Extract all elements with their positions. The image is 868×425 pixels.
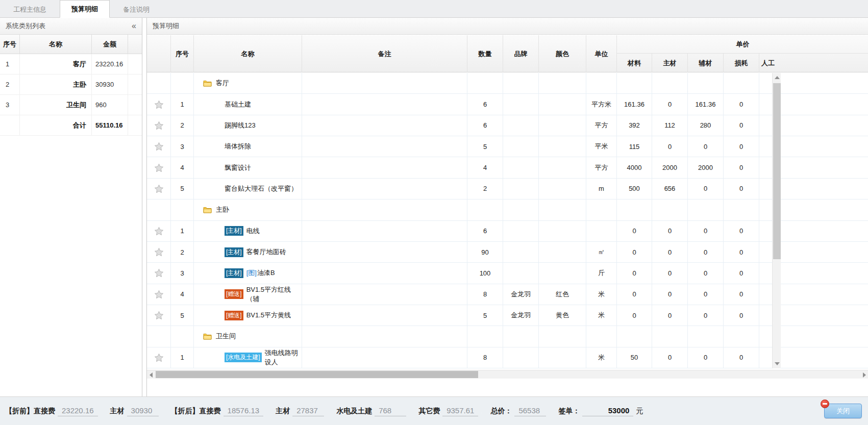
horizontal-scrollbar[interactable] bbox=[147, 370, 868, 379]
category-panel-header: 系统类别列表 « bbox=[0, 18, 142, 35]
favorite-star-icon[interactable] bbox=[155, 185, 163, 193]
column-header-color[interactable]: 颜色 bbox=[539, 35, 586, 72]
unit-cell: 米 bbox=[586, 347, 617, 368]
favorite-star-icon[interactable] bbox=[155, 227, 163, 235]
app-window: 工程主信息 预算明细 备注说明 系统类别列表 « 序号 名称 金额 1客厅232… bbox=[0, 0, 868, 425]
favorite-star-icon[interactable] bbox=[155, 121, 163, 130]
category-row[interactable]: 3卫生间960 bbox=[0, 95, 142, 115]
tab-bar: 工程主信息 预算明细 备注说明 bbox=[0, 0, 868, 18]
vertical-scrollbar[interactable] bbox=[772, 73, 781, 368]
group-name-cell: 卫生间 bbox=[194, 326, 302, 347]
color-cell bbox=[539, 94, 586, 115]
category-amount: 55110.16 bbox=[92, 115, 128, 136]
star-cell bbox=[147, 73, 171, 94]
item-row[interactable]: 5窗台贴大理石（改平窗）2m50065600 bbox=[147, 179, 868, 199]
scroll-up-icon[interactable] bbox=[775, 76, 780, 79]
favorite-star-icon[interactable] bbox=[155, 248, 163, 256]
category-row[interactable]: 2主卧30930 bbox=[0, 74, 142, 95]
loss-price-cell bbox=[724, 199, 759, 220]
favorite-star-icon[interactable] bbox=[155, 101, 163, 109]
group-row[interactable]: 卫生间 bbox=[147, 326, 868, 347]
item-row[interactable]: 1[水电及土建]强电线路明设人8米50000 bbox=[147, 347, 868, 368]
column-header-amount[interactable]: 金额 bbox=[92, 35, 128, 54]
folder-icon bbox=[203, 333, 212, 340]
scroll-right-icon[interactable] bbox=[863, 372, 866, 378]
star-cell bbox=[147, 326, 171, 347]
scroll-left-icon[interactable] bbox=[150, 372, 153, 378]
item-row[interactable]: 2踢脚线1236平方3921122800 bbox=[147, 115, 868, 136]
status-item-value: 53000 bbox=[582, 406, 633, 416]
remark-cell bbox=[302, 179, 467, 199]
loss-price-cell: 0 bbox=[724, 305, 759, 326]
collapse-panel-icon[interactable]: « bbox=[132, 22, 136, 30]
column-header-name[interactable]: 名称 bbox=[20, 35, 92, 54]
favorite-star-icon[interactable] bbox=[155, 354, 163, 362]
column-group-unit-price: 单价 bbox=[617, 35, 868, 54]
group-row[interactable]: 客厅 bbox=[147, 73, 868, 94]
main-material-price-cell: 0 bbox=[652, 94, 688, 115]
qty-cell: 2 bbox=[467, 179, 503, 199]
column-header-remark[interactable]: 备注 bbox=[302, 35, 467, 72]
folder-icon bbox=[203, 80, 212, 87]
aux-material-price-cell: 161.36 bbox=[688, 94, 724, 115]
tab-remarks[interactable]: 备注说明 bbox=[111, 2, 161, 17]
color-cell bbox=[539, 199, 586, 220]
column-header-aux-material[interactable]: 辅材 bbox=[688, 54, 724, 72]
status-item: 水电及土建768 bbox=[336, 406, 406, 416]
status-item-value: 768 bbox=[375, 406, 406, 416]
close-button[interactable]: 关闭 bbox=[824, 404, 862, 418]
item-row[interactable]: 3墙体拆除5平米115000 bbox=[147, 136, 868, 157]
horizontal-scrollbar-thumb[interactable] bbox=[156, 371, 478, 378]
item-name-label: 飘窗设计 bbox=[225, 163, 251, 172]
total-row[interactable]: 合计55110.16 bbox=[0, 115, 142, 136]
color-cell bbox=[539, 115, 586, 136]
column-header-main-material[interactable]: 主材 bbox=[652, 54, 688, 72]
item-row[interactable]: 2[主材]客餐厅地面砖90㎡0000 bbox=[147, 242, 868, 263]
column-header-name[interactable]: 名称 bbox=[194, 35, 302, 72]
item-row[interactable]: 5[赠送]BV1.5平方黄线5金龙羽黄色米0000 bbox=[147, 305, 868, 326]
column-header-no[interactable]: 序号 bbox=[171, 35, 194, 72]
category-row[interactable]: 1客厅23220.16 bbox=[0, 54, 142, 74]
column-header-material[interactable]: 材料 bbox=[617, 54, 652, 72]
category-no bbox=[0, 115, 20, 136]
favorite-star-icon[interactable] bbox=[155, 164, 163, 172]
item-row[interactable]: 4飘窗设计4平方4000200020000 bbox=[147, 157, 868, 178]
unit-cell: 米 bbox=[586, 305, 617, 326]
favorite-star-icon[interactable] bbox=[155, 269, 163, 277]
group-row[interactable]: 主卧 bbox=[147, 199, 868, 220]
group-name-label: 主卧 bbox=[216, 205, 229, 214]
item-no-cell: 3 bbox=[171, 263, 194, 284]
image-link[interactable]: [图] bbox=[246, 268, 257, 278]
column-header-loss[interactable]: 损耗 bbox=[724, 54, 759, 72]
loss-price-cell: 0 bbox=[724, 136, 759, 157]
item-row[interactable]: 1[主材]电线60000 bbox=[147, 221, 868, 242]
unit-cell: 斤 bbox=[586, 263, 617, 284]
item-no-cell: 4 bbox=[171, 284, 194, 305]
column-header-no[interactable]: 序号 bbox=[0, 35, 20, 54]
category-table-body: 1客厅23220.162主卧309303卫生间960合计55110.16 bbox=[0, 54, 142, 136]
category-name: 客厅 bbox=[20, 54, 92, 74]
vertical-scrollbar-thumb[interactable] bbox=[773, 83, 781, 259]
favorite-star-icon[interactable] bbox=[155, 290, 163, 298]
item-tag-badge: [赠送] bbox=[225, 311, 243, 320]
column-header-unit[interactable]: 单位 bbox=[586, 35, 617, 72]
item-name-label: 踢脚线123 bbox=[225, 121, 256, 130]
material-price-cell bbox=[617, 73, 652, 94]
material-price-cell: 392 bbox=[617, 115, 652, 136]
item-row[interactable]: 3[主材][图]油漆B100斤0000 bbox=[147, 263, 868, 284]
column-header-qty[interactable]: 数量 bbox=[467, 35, 503, 72]
item-name-cell: 基础土建 bbox=[194, 94, 302, 115]
tab-project-info[interactable]: 工程主信息 bbox=[2, 2, 58, 17]
favorite-star-icon[interactable] bbox=[155, 311, 163, 319]
column-header-labor[interactable]: 人工 bbox=[759, 54, 800, 72]
brand-cell bbox=[503, 157, 539, 178]
scroll-down-icon[interactable] bbox=[775, 362, 780, 365]
item-row[interactable]: 4[赠送]BV1.5平方红线（辅8金龙羽红色米0000 bbox=[147, 284, 868, 305]
column-header-brand[interactable]: 品牌 bbox=[503, 35, 539, 72]
item-name-label: 油漆B bbox=[257, 268, 275, 278]
tab-budget-detail[interactable]: 预算明细 bbox=[60, 0, 110, 18]
favorite-star-icon[interactable] bbox=[155, 142, 163, 151]
item-name-cell: [水电及土建]强电线路明设人 bbox=[194, 347, 302, 368]
item-row[interactable]: 1基础土建6平方米161.360161.360 bbox=[147, 94, 868, 115]
status-item-value: 30930 bbox=[127, 406, 159, 416]
